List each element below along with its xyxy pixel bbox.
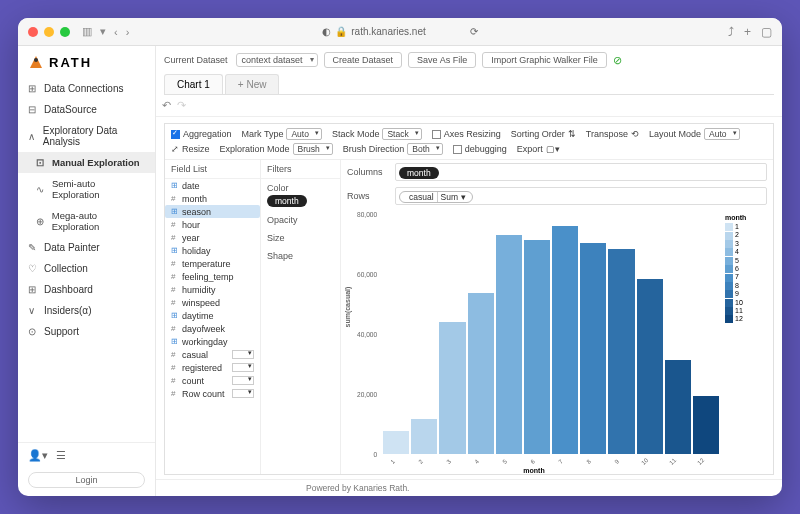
nav-item-datasource[interactable]: ⊟DataSource (18, 99, 155, 120)
tab-chart-1[interactable]: Chart 1 (164, 74, 223, 94)
bar-1[interactable] (383, 431, 409, 454)
user-icon[interactable]: 👤▾ (28, 449, 48, 462)
bar-7[interactable] (552, 226, 578, 454)
legend-item-1[interactable]: 1 (725, 223, 765, 231)
legend-item-11[interactable]: 11 (725, 307, 765, 315)
field-registered[interactable]: #registered (165, 361, 260, 374)
create-dataset-button[interactable]: Create Dataset (324, 52, 403, 68)
brush-direction-control[interactable]: Brush DirectionBoth (343, 143, 443, 155)
legend-item-9[interactable]: 9 (725, 290, 765, 298)
resize-button[interactable]: ⤢ Resize (171, 144, 210, 154)
legend-item-3[interactable]: 3 (725, 240, 765, 248)
settings-icon[interactable]: ☰ (56, 449, 66, 462)
bar-6[interactable] (524, 240, 550, 454)
export-button[interactable]: Export ▢▾ (517, 144, 560, 154)
rows-shelf[interactable]: Rows casual Sum ▾ (341, 184, 773, 208)
bar-chart[interactable]: sum(casual) 020,00040,00060,00080,000 12… (349, 214, 719, 472)
share-icon[interactable]: ⤴ (728, 25, 734, 39)
nav-item-dashboard[interactable]: ⊞Dashboard (18, 279, 155, 300)
bar-8[interactable] (580, 243, 606, 454)
rows-pill[interactable]: casual Sum ▾ (399, 191, 473, 203)
nav-item-insiders-[interactable]: ∨Insiders(α) (18, 300, 155, 321)
field-agg-select[interactable] (232, 350, 254, 359)
close-icon[interactable] (28, 27, 38, 37)
shape-shelf[interactable]: Shape (261, 247, 340, 265)
field-feeling_temp[interactable]: #feeling_temp (165, 270, 260, 283)
field-count[interactable]: #count (165, 374, 260, 387)
nav-item-collection[interactable]: ♡Collection (18, 258, 155, 279)
field-agg-select[interactable] (232, 376, 254, 385)
columns-shelf[interactable]: Columns month (341, 160, 773, 184)
legend-item-4[interactable]: 4 (725, 248, 765, 256)
field-month[interactable]: #month (165, 192, 260, 205)
field-agg-select[interactable] (232, 389, 254, 398)
bar-3[interactable] (439, 322, 465, 454)
field-casual[interactable]: #casual (165, 348, 260, 361)
nav-item-exploratory-data-analysis[interactable]: ∧Exploratory Data Analysis (18, 120, 155, 152)
bar-5[interactable] (496, 235, 522, 454)
columns-pill[interactable]: month (399, 167, 439, 179)
field-holiday[interactable]: ⊞holiday (165, 244, 260, 257)
field-Row count[interactable]: #Row count (165, 387, 260, 400)
size-shelf[interactable]: Size (261, 229, 340, 247)
exploration-mode-control[interactable]: Exploration ModeBrush (220, 143, 333, 155)
nav-item-data-painter[interactable]: ✎Data Painter (18, 237, 155, 258)
nav-item-manual-exploration[interactable]: ⊡Manual Exploration (18, 152, 155, 173)
field-hour[interactable]: #hour (165, 218, 260, 231)
transpose-button[interactable]: Transpose ⟲ (586, 129, 639, 139)
aggregation-toggle[interactable]: Aggregation (171, 129, 232, 139)
back-icon[interactable]: ‹ (114, 26, 118, 38)
field-dayofweek[interactable]: #dayofweek (165, 322, 260, 335)
address-bar[interactable]: ◐ 🔒 rath.kanaries.net ⟳ (322, 26, 478, 37)
field-year[interactable]: #year (165, 231, 260, 244)
bar-2[interactable] (411, 419, 437, 454)
legend-item-12[interactable]: 12 (725, 315, 765, 323)
field-temperature[interactable]: #temperature (165, 257, 260, 270)
undo-icon[interactable]: ↶ (162, 99, 171, 112)
mark-type-control[interactable]: Mark TypeAuto (242, 128, 322, 140)
nav-item-semi-auto-exploration[interactable]: ∿Semi-auto Exploration (18, 173, 155, 205)
color-shelf[interactable]: Color month (261, 179, 340, 211)
logo[interactable]: RATH (18, 46, 155, 78)
field-workingday[interactable]: ⊞workingday (165, 335, 260, 348)
bar-12[interactable] (693, 396, 719, 455)
field-agg-select[interactable] (232, 363, 254, 372)
legend-item-5[interactable]: 5 (725, 257, 765, 265)
bar-9[interactable] (608, 249, 634, 454)
new-tab-icon[interactable]: + (744, 25, 751, 39)
legend-item-6[interactable]: 6 (725, 265, 765, 273)
field-daytime[interactable]: ⊞daytime (165, 309, 260, 322)
layout-mode-control[interactable]: Layout ModeAuto (649, 128, 740, 140)
field-season[interactable]: ⊞season (165, 205, 260, 218)
axes-resizing-toggle[interactable]: Axes Resizing (432, 129, 501, 139)
field-winspeed[interactable]: #winspeed (165, 296, 260, 309)
minimize-icon[interactable] (44, 27, 54, 37)
tab-new[interactable]: + New (225, 74, 280, 94)
stack-mode-control[interactable]: Stack ModeStack (332, 128, 422, 140)
nav-item-mega-auto-exploration[interactable]: ⊕Mega-auto Exploration (18, 205, 155, 237)
columns-drop[interactable]: month (395, 163, 767, 181)
legend-item-2[interactable]: 2 (725, 231, 765, 239)
color-pill[interactable]: month (267, 195, 307, 207)
bar-11[interactable] (665, 360, 691, 454)
redo-icon[interactable]: ↷ (177, 99, 186, 112)
sorting-order-button[interactable]: Sorting Order ⇅ (511, 129, 576, 139)
opacity-shelf[interactable]: Opacity (261, 211, 340, 229)
rows-drop[interactable]: casual Sum ▾ (395, 187, 767, 205)
legend-item-8[interactable]: 8 (725, 282, 765, 290)
import-gw-button[interactable]: Import Graphic Walker File (482, 52, 607, 68)
login-button[interactable]: Login (28, 472, 145, 488)
debugging-toggle[interactable]: debugging (453, 144, 507, 154)
nav-item-support[interactable]: ⊙Support (18, 321, 155, 342)
nav-item-data-connections[interactable]: ⊞Data Connections (18, 78, 155, 99)
forward-icon[interactable]: › (126, 26, 130, 38)
save-as-file-button[interactable]: Save As File (408, 52, 476, 68)
dropdown-icon[interactable]: ▾ (100, 25, 106, 38)
legend-item-7[interactable]: 7 (725, 273, 765, 281)
field-humidity[interactable]: #humidity (165, 283, 260, 296)
maximize-icon[interactable] (60, 27, 70, 37)
legend-item-10[interactable]: 10 (725, 299, 765, 307)
bar-10[interactable] (637, 279, 663, 455)
dataset-select[interactable]: context dataset (236, 53, 318, 67)
sidebar-toggle-icon[interactable]: ▥ (82, 25, 92, 38)
